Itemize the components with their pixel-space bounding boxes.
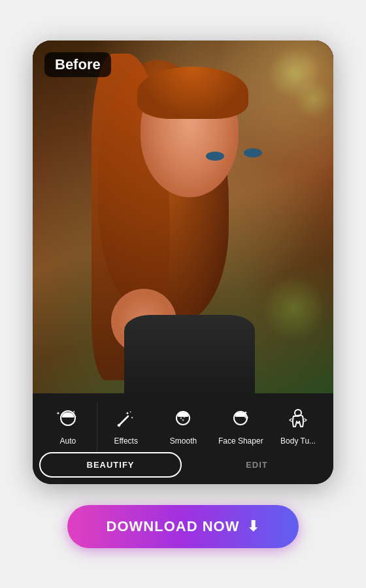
svg-point-11 <box>184 416 186 417</box>
effects-icon: ✦ ✦ ✦ <box>112 405 141 434</box>
download-label: DOWNLOAD NOW <box>107 518 240 535</box>
smooth-label: Smooth <box>170 436 197 446</box>
toolbar-icons: ✦ ✦ ✦ Auto ✦ ✦ ✦ <box>33 402 333 452</box>
eye-left <box>206 152 224 161</box>
face-shaper-label: Face Shaper <box>218 436 263 446</box>
auto-icon: ✦ ✦ ✦ <box>54 405 82 434</box>
download-section: DOWNLOAD NOW ⬇ <box>67 505 299 548</box>
eye-right <box>244 148 262 157</box>
auto-label: Auto <box>60 436 76 446</box>
svg-text:✦: ✦ <box>75 415 77 418</box>
svg-text:✦: ✦ <box>129 410 132 414</box>
download-icon: ⬇ <box>247 518 259 535</box>
toolbar-item-body-tuner[interactable]: Body Tu... <box>269 402 327 452</box>
svg-text:✦: ✦ <box>131 416 133 419</box>
before-label: Before <box>44 52 111 77</box>
toolbar: ✦ ✦ ✦ Auto ✦ ✦ ✦ <box>33 393 333 484</box>
smooth-icon <box>169 405 197 434</box>
svg-text:✦: ✦ <box>56 411 60 416</box>
person-silhouette <box>85 41 281 393</box>
tab-edit[interactable]: EDIT <box>187 453 327 476</box>
tab-row: BEAUTIFY EDIT <box>33 452 333 484</box>
svg-point-10 <box>180 417 182 419</box>
toolbar-item-effects[interactable]: ✦ ✦ ✦ Effects <box>97 402 155 452</box>
svg-text:✦: ✦ <box>244 410 248 415</box>
photo-area: Before <box>33 41 333 393</box>
download-button[interactable]: DOWNLOAD NOW ⬇ <box>67 505 299 548</box>
body-tuner-icon <box>284 405 312 434</box>
svg-point-12 <box>182 419 184 421</box>
body-tuner-label: Body Tu... <box>280 436 316 446</box>
photo-background <box>33 41 333 393</box>
face-shaper-icon: ✦ <box>226 405 255 434</box>
toolbar-item-face-shaper[interactable]: ✦ Face Shaper <box>212 402 269 452</box>
effects-label: Effects <box>114 436 137 446</box>
app-container: Before ✦ ✦ ✦ Auto <box>33 41 333 484</box>
toolbar-item-smooth[interactable]: Smooth <box>155 402 212 452</box>
svg-line-4 <box>119 416 128 425</box>
toolbar-item-auto[interactable]: ✦ ✦ ✦ Auto <box>39 402 97 452</box>
hair-top <box>137 67 248 119</box>
shoulder <box>124 315 255 393</box>
svg-text:✦: ✦ <box>73 410 75 414</box>
tab-beautify[interactable]: BEAUTIFY <box>39 452 182 478</box>
